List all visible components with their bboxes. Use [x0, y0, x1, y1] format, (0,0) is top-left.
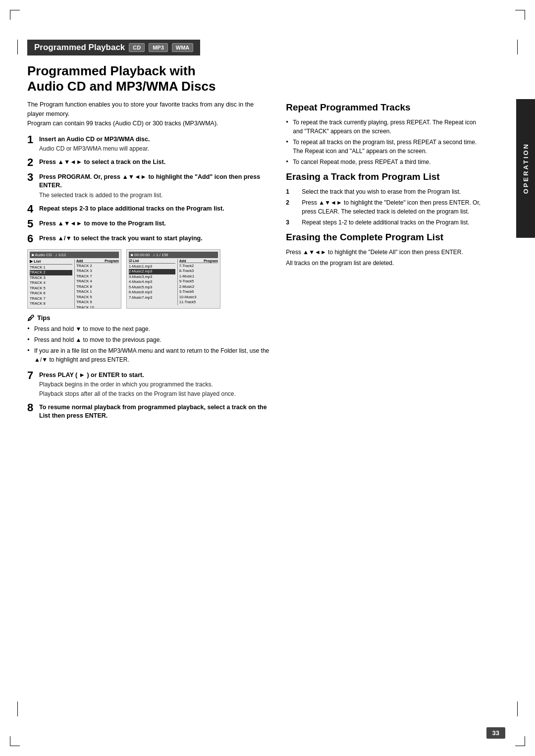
screen-left-track2: TRACK 2: [30, 270, 72, 275]
sl-prog9: TRACK 10: [76, 305, 119, 309]
corner-mark-bl: [10, 736, 20, 746]
step-3-title: Press PROGRAM. Or, press ▲▼◄► to highlig…: [39, 173, 271, 190]
screen-right-list-col: ☑ List 1-Music1.mp3 2-Music2.mp3 3-Music…: [129, 259, 175, 305]
step-2-title: Press ▲▼◄► to select a track on the List…: [39, 158, 271, 167]
step-7-desc1: Playback begins in the order in which yo…: [39, 380, 271, 389]
step-2-content: Press ▲▼◄► to select a track on the List…: [39, 158, 271, 167]
step-6: 6 Press ▲/▼ to select the track you want…: [27, 234, 271, 244]
screen-left-track7: TRACK 7: [30, 296, 72, 302]
badge-cd: CD: [129, 43, 145, 52]
side-mark-left-top: [17, 40, 18, 54]
step-6-content: Press ▲/▼ to select the track you want t…: [39, 234, 271, 243]
sr-item2: 2-Music2.mp3: [129, 269, 175, 274]
step-7-desc2: Playback stops after all of the tracks o…: [39, 390, 271, 398]
right-column: Repeat Programmed Tracks To repeat the t…: [286, 100, 485, 425]
page-big-title: Programmed Playback with Audio CD and MP…: [27, 63, 485, 94]
step-8-number: 8: [27, 402, 36, 413]
screen-left-prog-header: Add Program: [76, 259, 119, 263]
corner-mark-tr: [515, 10, 525, 20]
step-2: 2 Press ▲▼◄► to select a track on the Li…: [27, 158, 271, 168]
screen-left-track5: TRACK 5: [30, 286, 72, 291]
tips-icon: 🖊: [27, 314, 35, 322]
screen-left-list-col: ▶ List TRACK 1 TRACK 2 TRACK 3 TRACK 4 T…: [30, 259, 72, 309]
step-2-number: 2: [27, 157, 36, 168]
sr-item6: 6-Music6.mp3: [129, 290, 175, 295]
step-3-content: Press PROGRAM. Or, press ▲▼◄► to highlig…: [39, 173, 271, 200]
step-7: 7 Press PLAY ( ► ) or ENTER to start. Pl…: [27, 371, 271, 398]
step-4-number: 4: [27, 204, 36, 215]
sr-prog8: 11-Track5: [179, 300, 218, 305]
left-column: The Program function enables you to stor…: [27, 100, 271, 425]
screen-left-track6: TRACK 6: [30, 291, 72, 296]
erase-complete-desc2: All tracks on the program list are delet…: [286, 259, 485, 268]
sr-item1: 1-Music1.mp3: [129, 264, 175, 270]
sl-prog4: TRACK 4: [76, 279, 119, 284]
erase-complete-heading: Erasing the Complete Program List: [286, 232, 485, 243]
operation-sidebar: OPERATION: [516, 99, 535, 238]
screen-right-prog-header: Add Program: [179, 259, 218, 263]
screen-left-track8: TRACK 8: [30, 301, 72, 307]
badge-wma: WMA: [172, 43, 194, 52]
step-6-number: 6: [27, 233, 36, 244]
tips-header: 🖊 Tips: [27, 314, 271, 322]
screen-right-list-header: ☑ List: [129, 259, 175, 264]
step-1-number: 1: [27, 134, 36, 145]
side-mark-right-top: [517, 40, 518, 54]
screen-right-header: ■ 00:00:00 ♪ 1 / 156: [129, 252, 218, 258]
erase-complete-desc1: Press ▲▼◄► to highlight the "Delete All"…: [286, 248, 485, 257]
step-4: 4 Repeat steps 2-3 to place additional t…: [27, 205, 271, 215]
big-title-line1: Programmed Playback with: [27, 63, 485, 79]
step-3-number: 3: [27, 172, 36, 183]
header-title: Programmed Playback: [34, 43, 125, 53]
step-8: 8 To resume normal playback from program…: [27, 403, 271, 421]
repeat-section-heading: Repeat Programmed Tracks: [286, 102, 485, 113]
screen-left-header: ■ Audio CD ♪ 1/12: [30, 252, 119, 258]
sr-item3: 3-Music3.mp3: [129, 274, 175, 280]
sl-prog2: TRACK 3: [76, 269, 119, 274]
screen-audio-cd: ■ Audio CD ♪ 1/12 ▶ List TRACK 1 TRACK 2…: [27, 249, 121, 309]
sl-prog6: TRACK 1: [76, 289, 119, 295]
header-bar: Programmed Playback CD MP3 WMA: [27, 40, 200, 55]
corner-mark-br: [515, 736, 525, 746]
screen-mp3: ■ 00:00:00 ♪ 1 / 156 ☑ List 1-Music1.mp3…: [126, 249, 220, 309]
repeat-item-1: To repeat the track currently playing, p…: [286, 118, 485, 136]
side-mark-left-bottom: [17, 702, 18, 716]
intro-text: The Program function enables you to stor…: [27, 100, 271, 128]
screens-area: ■ Audio CD ♪ 1/12 ▶ List TRACK 1 TRACK 2…: [27, 249, 271, 309]
step-1-title: Insert an Audio CD or MP3/WMA disc.: [39, 135, 271, 144]
erase-track-step-2: 2Press ▲▼◄► to highlight the "Delete" ic…: [286, 198, 485, 216]
tips-label: Tips: [37, 314, 51, 322]
tips-section: 🖊 Tips Press and hold ▼ to move to the n…: [27, 314, 271, 364]
step-3: 3 Press PROGRAM. Or, press ▲▼◄► to highl…: [27, 173, 271, 200]
sr-prog5: 2-Music2: [179, 284, 218, 290]
tip-item-2: Press and hold ▲ to move to the previous…: [27, 335, 271, 344]
sl-prog8: TRACK 9: [76, 300, 119, 305]
step-5-content: Press ▲▼◄► to move to the Program list.: [39, 219, 271, 228]
screen-left-track4: TRACK 4: [30, 280, 72, 286]
erase-track-list: 1Select the track that you wish to erase…: [286, 187, 485, 227]
erase-track-step-3: 3Repeat steps 1-2 to delete additional t…: [286, 218, 485, 227]
operation-label: OPERATION: [522, 143, 530, 194]
intro-para1: The Program function enables you to stor…: [27, 101, 254, 117]
sr-prog3: 1-Music1: [179, 274, 218, 279]
step-4-title: Repeat steps 2-3 to place additional tra…: [39, 205, 271, 214]
step-5-title: Press ▲▼◄► to move to the Program list.: [39, 219, 271, 228]
side-mark-right-bottom: [517, 702, 518, 716]
sr-item5: 5-Music5.mp3: [129, 285, 175, 290]
big-title-line2: Audio CD and MP3/WMA Discs: [27, 79, 485, 94]
tip-item-3: If you are in a file list on the MP3/WMA…: [27, 346, 271, 364]
tip-item-1: Press and hold ▼ to move to the next pag…: [27, 324, 271, 333]
step-5-number: 5: [27, 218, 36, 229]
step-7-content: Press PLAY ( ► ) or ENTER to start. Play…: [39, 371, 271, 398]
badge-mp3: MP3: [149, 43, 168, 52]
page-container: OPERATION Programmed Playback CD MP3 WMA…: [0, 0, 535, 756]
sl-prog3: TRACK 7: [76, 274, 119, 279]
step-5: 5 Press ▲▼◄► to move to the Program list…: [27, 219, 271, 229]
two-col-layout: The Program function enables you to stor…: [27, 100, 485, 425]
sl-prog1: TRACK 2: [76, 264, 119, 269]
step-7-title: Press PLAY ( ► ) or ENTER to start.: [39, 371, 271, 380]
screen-left-list-header: ▶ List: [30, 259, 72, 265]
step-1-desc: Audio CD or MP3/WMA menu will appear.: [39, 145, 271, 153]
sr-prog2: 8-Track3: [179, 269, 218, 274]
screen-left-track3: TRACK 3: [30, 275, 72, 281]
